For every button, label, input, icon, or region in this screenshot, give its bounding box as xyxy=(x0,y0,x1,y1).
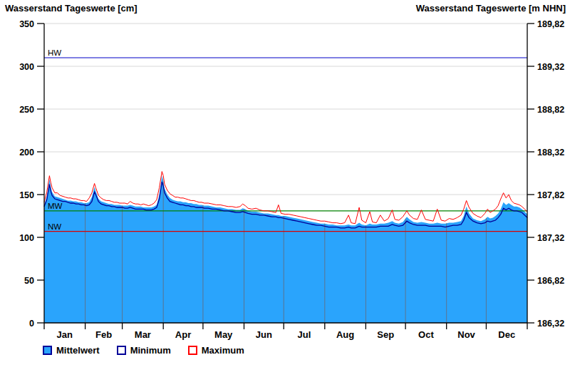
plot-area: HWMWNW050100150200250300350186,32186,821… xyxy=(0,0,570,392)
right-tick-label: 186,32 xyxy=(537,319,564,329)
nw-label: NW xyxy=(48,222,61,231)
left-tick-label: 0 xyxy=(29,319,34,329)
month-label: Mar xyxy=(135,329,151,340)
legend-label-maximum: Maximum xyxy=(202,345,244,356)
right-tick-label: 188,82 xyxy=(537,105,564,115)
month-label: May xyxy=(214,329,233,340)
maximum-swatch-icon xyxy=(188,346,197,355)
minimum-swatch-icon xyxy=(117,346,126,355)
month-label: Jan xyxy=(57,329,73,340)
month-label: Jun xyxy=(256,329,272,340)
month-label: Feb xyxy=(95,329,112,340)
month-label: Dec xyxy=(498,329,515,340)
water-level-area xyxy=(44,176,527,323)
left-tick-label: 200 xyxy=(19,148,34,158)
right-tick-label: 189,82 xyxy=(537,19,564,29)
mittelwert-swatch-icon xyxy=(43,346,52,355)
legend-item-mittelwert: Mittelwert xyxy=(43,345,100,356)
hw-label: HW xyxy=(48,48,61,57)
legend-item-minimum: Minimum xyxy=(117,345,171,356)
right-tick-label: 187,82 xyxy=(537,190,564,200)
month-label: Nov xyxy=(457,329,475,340)
left-tick-label: 50 xyxy=(24,276,34,286)
month-label: Sep xyxy=(377,329,394,340)
right-tick-label: 189,32 xyxy=(537,62,564,72)
month-label: Jul xyxy=(298,329,311,340)
legend-item-maximum: Maximum xyxy=(188,345,244,356)
legend: Mittelwert Minimum Maximum xyxy=(43,345,244,356)
right-tick-label: 188,32 xyxy=(537,148,564,158)
right-tick-label: 187,32 xyxy=(537,233,564,243)
legend-label-minimum: Minimum xyxy=(130,345,171,356)
legend-label-mittelwert: Mittelwert xyxy=(56,345,100,356)
month-label: Apr xyxy=(175,329,191,340)
left-tick-label: 150 xyxy=(19,190,34,200)
left-tick-label: 250 xyxy=(19,105,34,115)
month-label: Oct xyxy=(418,329,434,340)
water-level-chart: Wasserstand Tageswerte [cm] Wasserstand … xyxy=(0,0,570,392)
left-tick-label: 350 xyxy=(19,19,34,29)
left-tick-label: 300 xyxy=(19,62,34,72)
month-label: Aug xyxy=(336,329,354,340)
left-tick-label: 100 xyxy=(19,233,34,243)
mw-label: MW xyxy=(48,202,63,210)
right-tick-label: 186,82 xyxy=(537,276,564,286)
